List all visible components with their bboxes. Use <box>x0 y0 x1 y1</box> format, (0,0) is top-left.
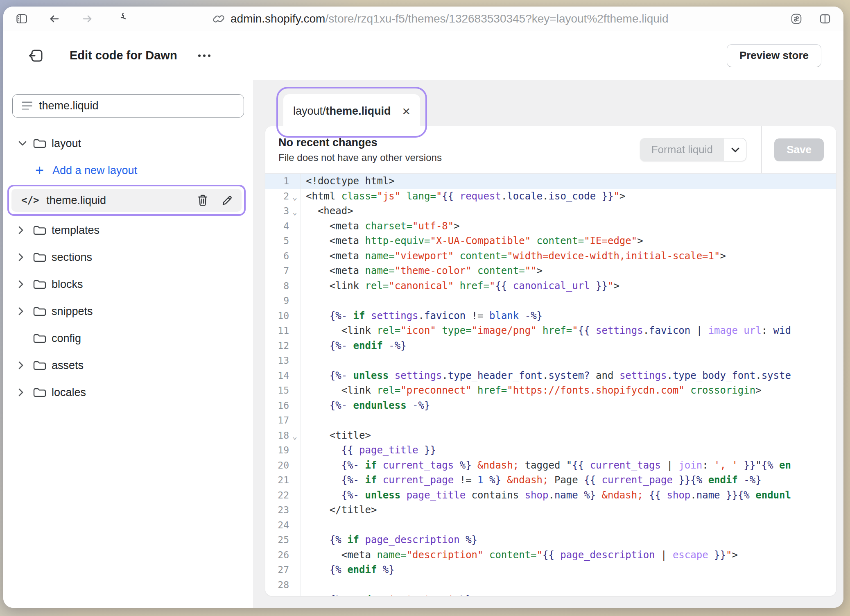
fold-gutter <box>289 225 301 227</box>
folder-icon <box>33 138 46 149</box>
folder-icon <box>33 279 46 290</box>
sidebar-item-theme-liquid[interactable]: </>theme.liquid <box>11 189 242 212</box>
file-search-input[interactable] <box>38 99 236 113</box>
file-search-box[interactable] <box>12 94 244 118</box>
code-text: <link rel="icon" type="image/png" href="… <box>301 323 836 338</box>
code-line-25[interactable]: 25 {% if page_description %} <box>265 532 836 548</box>
page-title: Edit code for Dawn <box>70 49 177 62</box>
code-line-14[interactable]: 14 {%- unless settings.type_header_font.… <box>265 368 836 383</box>
code-line-29[interactable]: 29 {% render 'meta-tags' %} <box>265 592 836 596</box>
split-view-icon[interactable] <box>819 13 831 25</box>
code-line-23[interactable]: 23 </title> <box>265 503 836 518</box>
sidebar-item-templates[interactable]: templates <box>11 217 246 244</box>
fold-toggle-icon[interactable]: ⌄ <box>289 191 301 202</box>
line-number: 3 <box>265 206 289 216</box>
code-line-9[interactable]: 9 <box>265 293 836 308</box>
url-path: /store/rzq1xu-f5/themes/132683530345?key… <box>325 12 668 25</box>
sidebar-item-layout[interactable]: layout <box>11 130 246 157</box>
sidebar-item-snippets[interactable]: snippets <box>11 298 246 325</box>
status-title: No recent changes <box>278 136 442 149</box>
trash-icon <box>197 194 209 207</box>
delete-file-button[interactable] <box>196 193 210 207</box>
code-line-16[interactable]: 16 {%- endunless -%} <box>265 398 836 413</box>
chevron-right-icon <box>18 361 24 370</box>
code-line-28[interactable]: 28 <box>265 578 836 593</box>
code-line-15[interactable]: 15 <link rel="preconnect" href="https://… <box>265 383 836 398</box>
code-line-26[interactable]: 26 <meta name="description" content="{{ … <box>265 548 836 563</box>
line-number: 9 <box>265 295 289 306</box>
line-number: 25 <box>265 534 289 545</box>
code-area[interactable]: 1<!doctype html>2⌄<html class="js" lang=… <box>265 174 836 596</box>
code-text <box>301 293 836 308</box>
code-line-13[interactable]: 13 <box>265 353 836 368</box>
code-line-4[interactable]: 4 <meta charset="utf-8"> <box>265 219 836 234</box>
fold-gutter <box>289 390 301 391</box>
exit-icon[interactable] <box>28 48 44 64</box>
sidebar-item-locales[interactable]: locales <box>11 379 246 406</box>
line-number: 4 <box>265 221 289 231</box>
fold-toggle-icon[interactable]: ⌄ <box>289 206 301 216</box>
line-number: 7 <box>265 265 289 276</box>
edit-icon <box>221 194 233 206</box>
back-icon[interactable] <box>48 13 61 25</box>
code-line-20[interactable]: 20 {%- if current_tags %} &ndash; tagged… <box>265 458 836 473</box>
fold-gutter <box>289 539 301 541</box>
line-number: 28 <box>265 580 289 590</box>
format-dropdown-button[interactable] <box>724 138 746 161</box>
code-text: {%- if settings.favicon != blank -%} <box>301 308 836 324</box>
code-line-17[interactable]: 17 <box>265 413 836 428</box>
app-header: Edit code for Dawn Preview store <box>3 31 843 80</box>
code-text: {%- unless settings.type_header_font.sys… <box>301 368 836 383</box>
file-tree: layout+Add a new layout</>theme.liquidte… <box>3 130 253 406</box>
code-line-8[interactable]: 8 <link rel="canonical" href="{{ canonic… <box>265 279 836 294</box>
code-line-5[interactable]: 5 <meta http-equiv="X-UA-Compatible" con… <box>265 233 836 249</box>
code-text <box>301 578 836 593</box>
code-line-11[interactable]: 11 <link rel="icon" type="image/png" hre… <box>265 323 836 338</box>
code-line-10[interactable]: 10 {%- if settings.favicon != blank -%} <box>265 308 836 324</box>
browser-settings-icon[interactable] <box>790 13 803 25</box>
sidebar-item-sections[interactable]: sections <box>11 244 246 271</box>
code-line-7[interactable]: 7 <meta name="theme-color" content=""> <box>265 263 836 279</box>
more-actions-icon[interactable] <box>196 53 212 58</box>
sidebar-item-blocks[interactable]: blocks <box>11 271 246 298</box>
fold-toggle-icon[interactable]: ⌄ <box>289 430 301 441</box>
sidebar-item-config[interactable]: config <box>11 325 246 352</box>
line-number: 19 <box>265 445 289 455</box>
rename-file-button[interactable] <box>220 193 234 207</box>
code-line-12[interactable]: 12 {%- endif -%} <box>265 338 836 353</box>
fold-gutter <box>289 449 301 451</box>
line-number: 18 <box>265 430 289 441</box>
fold-gutter <box>289 345 301 346</box>
tab-highlight-outline <box>276 87 427 138</box>
tab-bar: layout/theme.liquid × <box>265 80 836 126</box>
line-number: 5 <box>265 236 289 246</box>
code-line-2[interactable]: 2⌄<html class="js" lang="{{ request.loca… <box>265 189 836 204</box>
code-text: <link rel="preconnect" href="https://fon… <box>301 383 836 398</box>
code-line-22[interactable]: 22 {%- unless page_title contains shop.n… <box>265 488 836 503</box>
fold-gutter <box>289 180 301 182</box>
code-line-27[interactable]: 27 {% endif %} <box>265 562 836 578</box>
browser-toolbar: admin.shopify.com/store/rzq1xu-f5/themes… <box>3 7 843 31</box>
preview-store-button[interactable]: Preview store <box>727 44 821 67</box>
format-liquid-button[interactable]: Format liquid <box>640 138 724 161</box>
code-line-6[interactable]: 6 <meta name="viewport" content="width=d… <box>265 249 836 264</box>
line-number: 22 <box>265 490 289 500</box>
code-line-18[interactable]: 18⌄ <title> <box>265 428 836 443</box>
code-line-3[interactable]: 3⌄ <head> <box>265 204 836 219</box>
sidebar-toggle-icon[interactable] <box>16 13 28 25</box>
code-line-21[interactable]: 21 {%- if current_page != 1 %} &ndash; P… <box>265 473 836 488</box>
code-line-1[interactable]: 1<!doctype html> <box>265 174 836 189</box>
editor-panel: layout/theme.liquid × No recent changes … <box>253 80 843 608</box>
code-text: {%- if current_tags %} &ndash; tagged "{… <box>301 458 836 473</box>
chevron-right-icon <box>18 253 24 262</box>
code-line-19[interactable]: 19 {{ page_title }} <box>265 443 836 458</box>
save-button[interactable]: Save <box>774 138 824 161</box>
fold-gutter <box>289 494 301 496</box>
sidebar-item-assets[interactable]: assets <box>11 352 246 379</box>
address-bar[interactable]: admin.shopify.com/store/rzq1xu-f5/themes… <box>212 12 669 25</box>
add-new-layout-button[interactable]: +Add a new layout <box>11 157 246 184</box>
forward-icon[interactable] <box>81 13 93 25</box>
line-number: 2 <box>265 191 289 202</box>
code-line-24[interactable]: 24 <box>265 518 836 533</box>
reload-icon[interactable] <box>114 13 126 25</box>
